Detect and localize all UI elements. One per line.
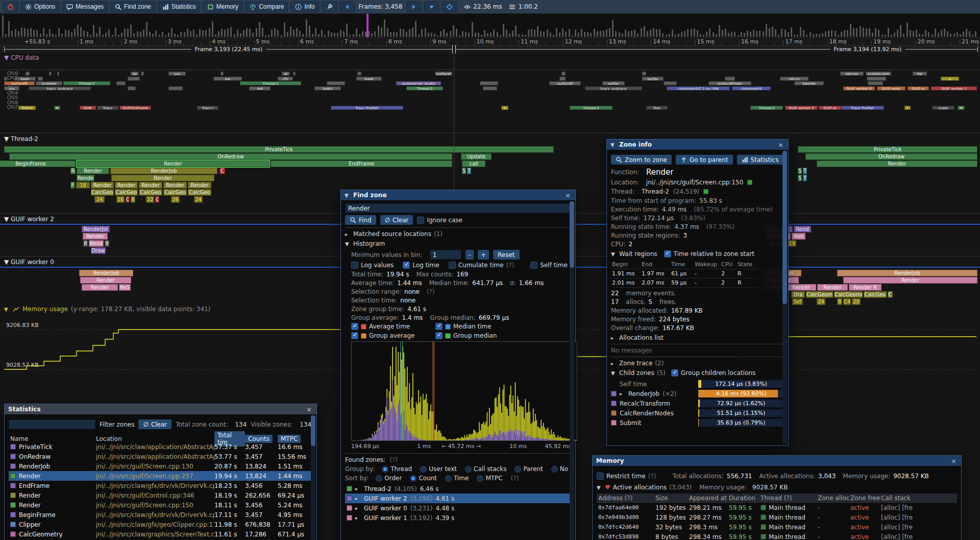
thread-value[interactable]: Thread-2 (642, 188, 669, 195)
group-median-checkbox[interactable] (435, 332, 443, 339)
timeline-zone-c4[interactable]: C4 (843, 298, 851, 305)
timeline-zone-rende[interactable]: Rende (77, 175, 94, 181)
zone-trace-tree[interactable]: ▸ Zone trace (2) (611, 360, 784, 367)
timeline-zone-endframe[interactable]: EndFrame (271, 160, 452, 167)
mtpc-radio[interactable] (477, 475, 483, 482)
timeline-zone-render[interactable]: Render (139, 182, 162, 189)
timeline-zone-c[interactable]: C (888, 291, 893, 298)
info-button[interactable]: Info (291, 2, 318, 12)
frame-zoom-button[interactable] (424, 2, 439, 12)
group-children-checkbox[interactable] (671, 369, 678, 377)
log-values-checkbox[interactable] (351, 262, 358, 269)
thread-header-guif-worker-2[interactable]: ▼ GUIF worker 2 (4, 216, 54, 223)
cpu-zone[interactable] (725, 77, 735, 81)
parent-radio[interactable] (514, 466, 521, 473)
frame-overview-minimap[interactable] (0, 14, 980, 38)
radio-option-user-text[interactable]: User text (420, 465, 457, 473)
timeline-zone-s[interactable]: S (798, 168, 802, 174)
ignore-case-option[interactable]: Ignore case (417, 217, 462, 224)
cpu-zone-surfacefl[interactable]: surfacefl (549, 81, 581, 85)
timeline-zone-rencer[interactable]: Rencer (786, 284, 816, 291)
col-thread[interactable]: Thread (?) (761, 495, 818, 502)
radio-option-order[interactable]: Order (376, 475, 402, 482)
alloc-callstack[interactable]: [alloc] [fre (881, 533, 955, 540)
cpu-zone[interactable] (483, 86, 497, 90)
cpu-zone-trasys[interactable]: Trasys (18, 106, 36, 110)
cpu-zone-lai[interactable]: lai (131, 72, 139, 76)
timeline-zone-render[interactable]: Render (82, 284, 118, 291)
cpu-zone[interactable] (561, 72, 566, 76)
col-mtpc[interactable]: MTPC (278, 435, 301, 443)
active-allocations-tree[interactable]: ▼ ♥ Active allocations (3,043) Memory us… (597, 484, 957, 491)
cpu-zone-trac[interactable]: Trac (646, 106, 668, 110)
option-log-time[interactable]: Log time (403, 262, 439, 269)
next-frame-button[interactable] (406, 2, 421, 12)
scrollbar-thumb[interactable] (311, 415, 315, 446)
power-button[interactable] (3, 2, 18, 12)
timeline-zone-calcgeomet[interactable]: CalcGeomet (834, 291, 863, 298)
cpu-zone-sys[interactable]: sys (4, 86, 19, 90)
timeline-zone-16[interactable]: 16 (116, 196, 125, 203)
statistics-row-clipper[interactable]: Clipperjni/../jni/src/claw/gfx/geo/Clipp… (9, 520, 312, 529)
col-appeared-at[interactable]: Appeared at (689, 495, 729, 502)
cpu-zone-kworke[interactable]: kworke (794, 81, 824, 85)
cpu-zone[interactable] (38, 77, 43, 81)
cpu-zone-thread-2[interactable]: Thread-2 (240, 81, 301, 85)
no-grouping-radio[interactable] (551, 466, 558, 473)
timeline-zone-t[interactable]: T (803, 175, 807, 181)
timeline-zone-24[interactable]: 24 (817, 298, 825, 305)
cpu-zone-sen-sis[interactable]: sen-sis (840, 72, 864, 76)
call-stacks-radio[interactable] (465, 466, 472, 473)
time-radio[interactable] (445, 475, 452, 482)
statistics-row-render[interactable]: Renderjni/../jni/src/guif/Screen.cpp:257… (9, 471, 312, 481)
compare-button[interactable]: Compare (246, 2, 288, 12)
statistics-row-renderjob[interactable]: RenderJobjni/../jni/src/guif/Screen.cpp:… (9, 461, 312, 471)
cpu-zone-m[interactable]: M (958, 106, 965, 110)
cpu-zone-audioserver-audio[interactable]: audioserver /audio (396, 81, 441, 85)
find-button[interactable]: Find (345, 215, 376, 225)
filter-zones-input[interactable] (9, 419, 95, 429)
search-input[interactable] (345, 203, 571, 213)
timeline-zone-render[interactable]: Render (77, 168, 109, 174)
cpu-zone-composer[interactable]: composer@ (732, 86, 771, 90)
cpu-zone-guif-worker-2[interactable]: GUIF worker 2 (785, 106, 818, 110)
timeline-zone-render[interactable]: Render (77, 160, 270, 167)
timeline-zone-onredraw[interactable]: OnRedraw (805, 153, 977, 160)
cpu-zone[interactable] (26, 72, 30, 76)
col-zone-free[interactable]: Zone free (850, 495, 881, 502)
timeline-zone-calcgeome[interactable]: CalcGeome (806, 291, 833, 298)
thread-header-guif-worker-0[interactable]: ▼ GUIF worker 0 (4, 259, 54, 266)
cpu-zone-rot-co[interactable]: rot-co (780, 77, 808, 81)
found-group-guif-worker-1[interactable]: ▸GUIF worker 1(3,192)4.39 s (345, 513, 571, 523)
statistics-row-privatetick[interactable]: PrivateTickjni/../jni/src/claw/applicati… (9, 442, 312, 452)
cpu-zone-i[interactable]: I (904, 106, 911, 110)
timeline-zone-22[interactable]: 22 (146, 196, 154, 203)
zone-info-scrollbar[interactable] (782, 151, 787, 444)
cpu-zone-kwgr[interactable]: kwgr (14, 77, 36, 81)
option-cumulate-time[interactable]: Cumulate time(?) (449, 262, 522, 269)
cpu-zone-tracy-i[interactable]: Tracy I (197, 106, 218, 110)
col-duration[interactable]: Duration (729, 495, 761, 502)
timeline-zone-beginframe[interactable]: BeginFrame (0, 160, 76, 167)
child-zone-calcrendernodes[interactable]: CalcRenderNodes51.51 μs (1.15%) (611, 408, 784, 418)
frame-label[interactable]: Frame 3,194 (13.92 ms) (830, 46, 905, 53)
timeline-zone-8[interactable]: 8 (83, 240, 88, 247)
alloc-callstack[interactable]: [alloc] [fre (881, 504, 955, 511)
memory-titlebar[interactable]: Memory × (593, 456, 961, 466)
cpu-zone-surfacef[interactable]: surfacef (435, 72, 452, 76)
count-radio[interactable] (410, 475, 416, 482)
cpu-zone[interactable] (141, 72, 144, 76)
cpu-zone[interactable] (357, 72, 361, 76)
timeline-zone-c[interactable]: C (219, 168, 225, 174)
timeline-zone-24[interactable]: 24 (194, 196, 203, 203)
col-size[interactable]: Size (655, 495, 689, 502)
cpu-zone[interactable] (327, 81, 345, 85)
close-icon[interactable]: × (305, 406, 313, 413)
clear-button[interactable]: ∅Clear (380, 215, 413, 225)
self-time-checkbox[interactable] (530, 262, 537, 269)
cpu-zone-md[interactable]: md (249, 86, 271, 90)
timeline-zone-call[interactable]: call (462, 160, 485, 167)
timeline-zone-update[interactable]: Update (461, 153, 492, 160)
tools-button[interactable] (322, 2, 337, 12)
cpu-zone-surfac[interactable]: surfac (642, 77, 664, 81)
